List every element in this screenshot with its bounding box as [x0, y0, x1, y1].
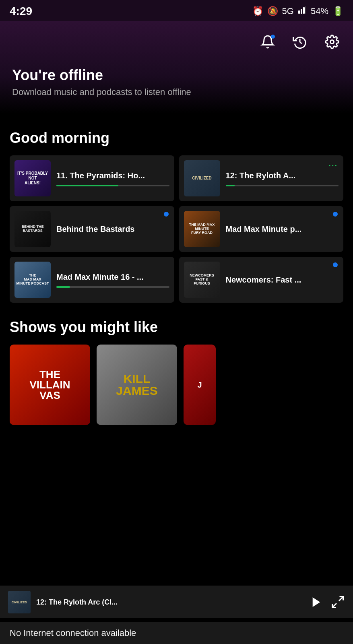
good-morning-section: Good morning IT'S PROBABLYNOTALIENS! 11.… [10, 130, 343, 303]
podcast-card-bastards[interactable]: BEHIND THEBASTARDS Behind the Bastards [10, 206, 174, 252]
podcast-title-aliens: 11. The Pyramids: Ho... [56, 170, 169, 181]
progress-bar-civilized [226, 185, 339, 186]
podcast-info-bastards: Behind the Bastards [56, 224, 169, 234]
battery-label: 54% [311, 6, 328, 17]
show-card-kill[interactable]: KILLJAMES [97, 345, 177, 425]
progress-fill-civilized [226, 185, 235, 186]
history-icon [293, 35, 307, 49]
offline-subtitle: Download music and podcasts to listen of… [12, 87, 341, 97]
mini-player-info: 12: The Ryloth Arc (Cl... [36, 598, 302, 607]
svg-rect-1 [301, 9, 302, 14]
shows-title: Shows you might like [10, 319, 343, 336]
main-content: Good morning IT'S PROBABLYNOTALIENS! 11.… [0, 114, 353, 497]
svg-rect-3 [306, 6, 306, 14]
podcast-title-civilized: 12: The Ryloth A... [226, 170, 339, 181]
progress-fill-madmax16 [56, 286, 70, 288]
mute-icon: 🔕 [267, 6, 278, 17]
svg-line-6 [339, 597, 343, 601]
alarm-icon: ⏰ [252, 6, 263, 17]
podcast-grid: IT'S PROBABLYNOTALIENS! 11. The Pyramids… [10, 155, 343, 303]
greeting-title: Good morning [10, 130, 343, 147]
podcast-thumb-madmax-fury: THE MAD MAXMINUTEFURY ROAD [184, 211, 220, 247]
show-thumb-villain: THEVILLAINVAS [10, 345, 90, 425]
progress-bar-madmax16 [56, 286, 169, 288]
podcast-info-madmax-fury: Mad Max Minute p... [226, 224, 339, 234]
podcast-info-madmax16: Mad Max Minute 16 - ... [56, 272, 169, 288]
podcast-info-aliens: 11. The Pyramids: Ho... [56, 170, 169, 186]
podcast-new-dot-madmax-fury [333, 212, 338, 217]
signal-bars-icon [298, 6, 307, 17]
podcast-card-newcomers[interactable]: NEWCOMERSFAST &FURIOUS Newcomers: Fast .… [179, 257, 344, 303]
mini-player-title: 12: The Ryloth Arc (Cl... [36, 598, 302, 607]
mini-player[interactable]: CIVILIZED 12: The Ryloth Arc (Cl... [0, 586, 353, 618]
signal-label: 5G [282, 6, 294, 17]
show-card-villain[interactable]: THEVILLAINVAS [10, 345, 90, 425]
shows-section: Shows you might like THEVILLAINVAS KILLJ… [10, 319, 343, 433]
svg-marker-5 [313, 597, 320, 607]
shows-scroll: THEVILLAINVAS KILLJAMES J [10, 345, 343, 425]
expand-icon [330, 595, 345, 609]
offline-title: You're offline [12, 67, 341, 84]
podcast-thumb-newcomers: NEWCOMERSFAST &FURIOUS [184, 262, 220, 298]
header-area: You're offline Download music and podcas… [0, 21, 353, 114]
podcast-card-civilized[interactable]: CIVILIZED 12: The Ryloth A... ··· [179, 155, 344, 201]
podcast-thumb-aliens: IT'S PROBABLYNOTALIENS! [14, 160, 51, 196]
podcast-new-dot-newcomers [333, 262, 338, 267]
podcast-thumb-bastards: BEHIND THEBASTARDS [14, 211, 51, 247]
podcast-card-madmax16[interactable]: THEMAD MAXMINUTE PODCAST Mad Max Minute … [10, 257, 174, 303]
podcast-title-bastards: Behind the Bastards [56, 224, 169, 234]
history-button[interactable] [291, 33, 309, 51]
podcast-title-madmax-fury: Mad Max Minute p... [226, 224, 339, 234]
mini-player-thumb: CIVILIZED [8, 591, 31, 613]
mini-player-expand-button[interactable] [330, 595, 345, 609]
mini-player-play-button[interactable] [308, 594, 325, 611]
settings-button[interactable] [323, 33, 341, 51]
show-card-partial[interactable]: J [184, 345, 216, 425]
svg-point-4 [330, 40, 334, 44]
status-time: 4:29 [10, 5, 32, 18]
podcast-new-dot-bastards [164, 212, 169, 217]
notification-dot [271, 35, 275, 39]
podcast-title-newcomers: Newcomers: Fast ... [226, 275, 339, 285]
podcast-title-madmax16: Mad Max Minute 16 - ... [56, 272, 169, 282]
podcast-card-madmax-fury[interactable]: THE MAD MAXMINUTEFURY ROAD Mad Max Minut… [179, 206, 344, 252]
notifications-button[interactable] [259, 33, 277, 51]
progress-bar-aliens [56, 185, 169, 186]
show-thumb-kill: KILLJAMES [97, 345, 177, 425]
top-icons-row [12, 29, 341, 63]
status-icons: ⏰ 🔕 5G 54% 🔋 [252, 6, 343, 17]
podcast-info-civilized: 12: The Ryloth A... [226, 170, 339, 186]
show-thumb-partial: J [184, 345, 216, 425]
podcast-thumb-madmax16: THEMAD MAXMINUTE PODCAST [14, 262, 51, 298]
svg-line-7 [332, 603, 337, 608]
podcast-thumb-civilized: CIVILIZED [184, 160, 220, 196]
battery-icon: 🔋 [332, 6, 343, 17]
podcast-menu-dots-civilized[interactable]: ··· [328, 161, 338, 170]
bottom-bar: No Internet connection available [0, 622, 353, 644]
podcast-info-newcomers: Newcomers: Fast ... [226, 275, 339, 285]
status-bar: 4:29 ⏰ 🔕 5G 54% 🔋 [0, 0, 353, 21]
offline-section: You're offline Download music and podcas… [12, 63, 341, 101]
settings-gear-icon [325, 35, 339, 49]
no-internet-text: No Internet connection available [10, 628, 136, 638]
podcast-card-aliens[interactable]: IT'S PROBABLYNOTALIENS! 11. The Pyramids… [10, 155, 174, 201]
progress-fill-aliens [56, 185, 118, 186]
svg-rect-2 [303, 7, 305, 14]
play-icon [310, 596, 323, 609]
svg-rect-0 [298, 10, 300, 14]
